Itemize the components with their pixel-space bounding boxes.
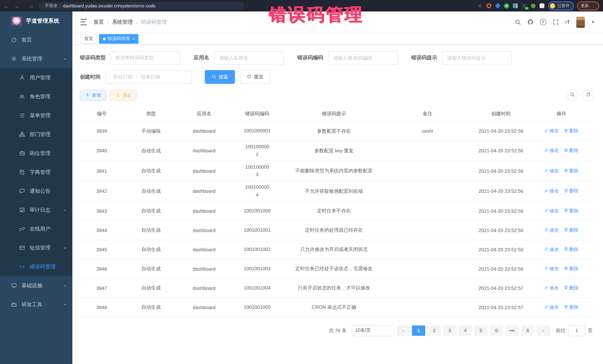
edit-link[interactable]: 修改 <box>544 227 559 233</box>
edit-link[interactable]: 修改 <box>544 168 559 174</box>
address-bar[interactable]: 不安全 dashboard.yudao.iocoder.cn/system/er… <box>39 2 244 10</box>
breadcrumb-section[interactable]: 系统管理 <box>112 19 133 25</box>
security-warning[interactable]: 不安全 <box>43 3 58 9</box>
green-v-extension-icon[interactable]: V <box>504 3 509 8</box>
next-page-button[interactable]: › <box>537 325 550 336</box>
edit-link[interactable]: 修改 <box>544 148 559 154</box>
add-button[interactable]: 新增 <box>80 90 106 101</box>
page-button-3[interactable]: 3 <box>443 325 456 336</box>
more-pages-button[interactable]: ••• <box>505 325 519 336</box>
caret-down-icon[interactable]: ▼ <box>591 20 595 24</box>
green-dot-extension-icon[interactable] <box>530 3 536 9</box>
tag-home[interactable]: 首页 <box>81 34 97 44</box>
browser-profile-chip[interactable]: 已暂停 <box>548 1 574 10</box>
refresh-table-button[interactable] <box>582 89 594 101</box>
grid-extension-icon[interactable] <box>512 3 518 9</box>
edit-link[interactable]: 修改 <box>544 188 559 194</box>
sidebar-item-menu[interactable]: 菜单管理 <box>0 106 72 125</box>
tag-error-code[interactable]: 错误码管理× <box>99 34 139 44</box>
sidebar-item-home[interactable]: 首页 <box>0 30 72 49</box>
cell-actions: 修改删除 <box>530 161 593 181</box>
forward-icon[interactable]: → <box>14 3 19 9</box>
cell-hint: 不能删除类型为系统内置的参数配置 <box>285 161 383 181</box>
sidebar-item-dept[interactable]: 部门管理 <box>0 125 72 144</box>
delete-link[interactable]: 删除 <box>564 227 579 233</box>
home-icon[interactable]: ⌂ <box>30 3 33 9</box>
puzzle-extension-icon[interactable] <box>539 3 545 9</box>
user-avatar[interactable] <box>576 16 585 28</box>
error-type-select[interactable]: 请选择错误码类型 <box>111 51 180 65</box>
edit-link[interactable]: 修改 <box>544 208 559 214</box>
error-hint-input[interactable] <box>446 55 507 61</box>
back-icon[interactable]: ← <box>4 3 9 9</box>
page-button-8[interactable]: 8 <box>521 325 534 336</box>
reset-button[interactable]: 重置 <box>240 70 270 84</box>
close-icon[interactable]: × <box>132 36 135 41</box>
page-button-4[interactable]: 4 <box>459 325 472 336</box>
sidebar-item-notice[interactable]: 通知公告 <box>0 182 72 200</box>
table-row: 3945自动生成dashboard1001001002只允许修改为开启或者关闭状… <box>80 240 593 259</box>
delete-link[interactable]: 删除 <box>564 128 579 134</box>
orange-ring-extension-icon[interactable] <box>486 3 492 9</box>
tabs-extension-icon[interactable]: ≡on <box>521 3 527 9</box>
cell-type: 自动生成 <box>124 221 178 240</box>
page-size-select[interactable]: 10条/页 <box>352 325 394 336</box>
more-menu-icon[interactable]: ⋮ <box>591 3 596 8</box>
sidebar-item-dict[interactable]: 字典管理 <box>0 163 72 182</box>
sidebar-item-system[interactable]: 系统管理 <box>0 49 72 68</box>
edit-link[interactable]: 修改 <box>544 246 559 253</box>
sidebar-item-errcode[interactable]: 错误码管理 <box>0 257 72 276</box>
date-range-picker[interactable]: 开始日期 - 结束日期 <box>105 70 191 84</box>
delete-link[interactable]: 删除 <box>564 148 579 154</box>
app-name-input[interactable] <box>219 55 279 61</box>
sidebar-item-role[interactable]: 角色管理 <box>0 87 72 106</box>
delete-link[interactable]: 删除 <box>564 168 579 174</box>
export-button[interactable]: 导出 <box>110 90 137 101</box>
edit-link[interactable]: 修改 <box>544 304 559 311</box>
edit-link[interactable]: 修改 <box>544 128 559 134</box>
bookmark-star-icon[interactable]: ☆ <box>477 3 483 9</box>
help-icon[interactable]: ? <box>540 19 546 25</box>
hamburger-icon[interactable] <box>81 19 87 25</box>
delete-link[interactable]: 删除 <box>564 304 579 311</box>
page-button-1[interactable]: 1 <box>412 325 425 336</box>
error-code-input[interactable] <box>333 55 393 61</box>
page-button-6[interactable]: 6 <box>490 325 503 336</box>
sidebar-item-user[interactable]: 用户管理 <box>0 68 72 87</box>
delete-link[interactable]: 删除 <box>564 285 579 291</box>
prev-page-button[interactable]: ‹ <box>396 325 410 336</box>
table-header-row: 编号类型应用名错误码编码错误码提示备注创建时间操作 <box>80 106 593 121</box>
table-row: 3948自动生成dashboard1001001005CRON 表达式不正确20… <box>80 298 593 317</box>
breadcrumb-separator: / <box>136 19 138 25</box>
goto-page-input[interactable] <box>568 325 585 336</box>
delete-link[interactable]: 删除 <box>564 246 579 253</box>
edit-link[interactable]: 修改 <box>544 285 559 291</box>
toggle-search-button[interactable] <box>566 89 578 101</box>
page-button-2[interactable]: 2 <box>428 325 441 336</box>
sidebar-item-post[interactable]: 岗位管理 <box>0 144 72 163</box>
github-icon[interactable] <box>527 19 533 25</box>
fullscreen-icon[interactable] <box>552 19 559 25</box>
app-title: 芋道管理系统 <box>26 17 59 24</box>
app-logo-row[interactable]: 芋道管理系统 <box>0 11 72 30</box>
blue-gem-extension-icon[interactable] <box>495 3 500 9</box>
sidebar-item-label: 错误码管理 <box>30 263 67 270</box>
sidebar-item-online[interactable]: 在线用户 <box>0 220 72 238</box>
sidebar-item-audit[interactable]: 审计日志 <box>0 200 72 220</box>
search-icon[interactable] <box>514 19 521 25</box>
sidebar-item-infra[interactable]: 基础设施 <box>0 276 72 295</box>
delete-link[interactable]: 删除 <box>564 188 579 194</box>
cell-hint: 不允许获取敏感配置到前端 <box>285 181 383 201</box>
page-button-5[interactable]: 5 <box>474 325 487 336</box>
breadcrumb-home[interactable]: 首页 <box>93 19 104 25</box>
sidebar-item-sms[interactable]: 短信管理 <box>0 238 72 257</box>
search-button[interactable]: 搜索 <box>205 70 235 84</box>
delete-link[interactable]: 删除 <box>564 208 579 214</box>
sidebar-item-devtool[interactable]: 研发工具 <box>0 295 72 314</box>
edit-link[interactable]: 修改 <box>544 266 559 272</box>
font-size-icon[interactable]: TT <box>565 19 570 25</box>
browser-update-button[interactable]: 更新⋮ <box>577 1 599 10</box>
delete-link[interactable]: 删除 <box>564 266 579 272</box>
table-row: 3946自动生成dashboard1001001003定时任务已经处于该状态，无… <box>80 259 593 278</box>
cell-time: 2021-04-20 23:52:56 <box>472 221 530 240</box>
